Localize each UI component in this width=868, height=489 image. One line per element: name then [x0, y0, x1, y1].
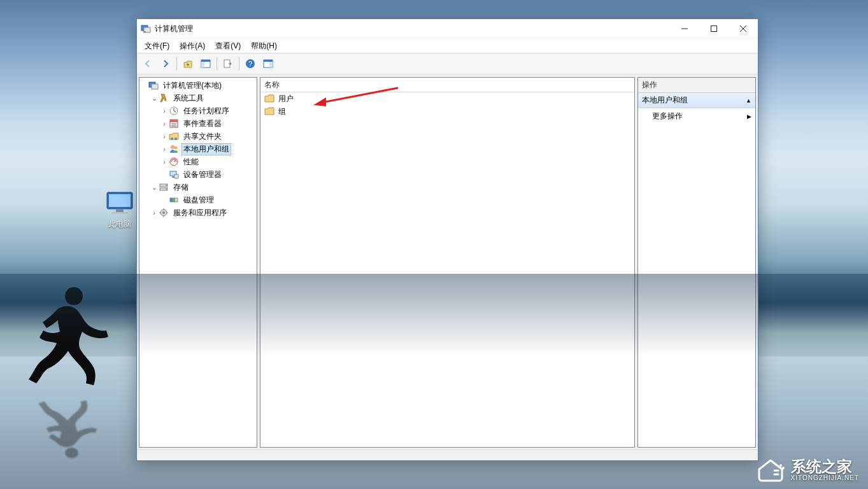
- svg-point-29: [171, 138, 173, 140]
- tree-disk-management[interactable]: 磁盘管理: [139, 194, 257, 206]
- svg-rect-14: [201, 60, 210, 62]
- tree-label: 存储: [171, 181, 190, 194]
- clock-icon: [169, 106, 179, 116]
- expander-icon[interactable]: ›: [160, 120, 169, 127]
- tree-label: 共享文件夹: [181, 131, 224, 143]
- show-hide-tree-button[interactable]: [197, 55, 214, 72]
- list-item-users[interactable]: 用户: [260, 92, 634, 105]
- folder-icon: [264, 106, 274, 117]
- console-tree-pane[interactable]: 计算机管理(本地) ⌄ 系统工具 › 任务计划程序 ›: [139, 77, 257, 448]
- tree-label: 本地用户和组: [181, 143, 231, 155]
- svg-point-41: [166, 188, 167, 190]
- device-manager-icon: [169, 169, 179, 180]
- svg-rect-23: [152, 84, 158, 89]
- help-button[interactable]: ?: [242, 55, 259, 72]
- actions-more[interactable]: 更多操作 ▶: [638, 108, 755, 124]
- users-groups-icon: [169, 144, 179, 154]
- wallpaper-runner-reflection: [11, 391, 120, 462]
- expander-icon[interactable]: ›: [160, 145, 169, 153]
- tree-event-viewer[interactable]: › 事件查看器: [139, 117, 257, 130]
- computer-management-window: 计算机管理 文件(F) 操作(A) 查看(V) 帮助(H) ?: [136, 18, 758, 461]
- svg-rect-37: [174, 174, 178, 178]
- svg-rect-3: [111, 212, 128, 214]
- tree-label: 磁盘管理: [181, 194, 216, 206]
- menu-action[interactable]: 操作(A): [174, 39, 210, 53]
- nav-forward-button[interactable]: [157, 55, 174, 72]
- column-header-name[interactable]: 名称: [260, 78, 634, 92]
- tree-task-scheduler[interactable]: › 任务计划程序: [139, 104, 257, 117]
- toolbar: ?: [137, 53, 758, 74]
- toolbar-separator: [176, 57, 177, 70]
- tree-local-users-groups[interactable]: › 本地用户和组: [139, 143, 257, 155]
- tree-performance[interactable]: › 性能: [139, 155, 257, 168]
- expander-icon[interactable]: ›: [160, 132, 169, 140]
- tree-label: 系统工具: [171, 92, 206, 104]
- tree-root-computer-management[interactable]: 计算机管理(本地): [139, 79, 257, 92]
- result-list-pane[interactable]: 名称 用户 组: [260, 77, 635, 448]
- svg-rect-44: [173, 198, 175, 202]
- svg-rect-21: [269, 62, 273, 67]
- svg-rect-26: [170, 120, 178, 122]
- tree-label: 设备管理器: [181, 169, 224, 181]
- tree-label: 计算机管理(本地): [161, 80, 224, 92]
- svg-point-40: [166, 185, 167, 186]
- tree-shared-folders[interactable]: › 共享文件夹: [139, 130, 257, 143]
- tree-system-tools[interactable]: ⌄ 系统工具: [139, 92, 257, 104]
- nav-back-button[interactable]: [139, 55, 156, 72]
- maximize-button[interactable]: [699, 19, 729, 38]
- actions-section-label: 本地用户和组: [642, 95, 688, 106]
- chevron-right-icon: ▶: [747, 113, 751, 120]
- tree-storage[interactable]: ⌄ 存储: [139, 181, 257, 194]
- svg-point-4: [779, 464, 782, 467]
- toolbar-separator: [217, 57, 217, 70]
- storage-icon: [159, 182, 169, 192]
- menu-file[interactable]: 文件(F): [139, 39, 174, 53]
- svg-rect-36: [172, 176, 174, 178]
- svg-rect-27: [171, 124, 176, 125]
- titlebar[interactable]: 计算机管理: [137, 19, 758, 38]
- svg-point-46: [162, 211, 165, 214]
- status-bar: [137, 450, 758, 460]
- disk-management-icon: [169, 195, 179, 205]
- tree-services-apps[interactable]: › 服务和应用程序: [139, 206, 257, 219]
- svg-point-5: [782, 467, 785, 469]
- tools-icon: [159, 93, 169, 103]
- expander-icon[interactable]: ›: [160, 107, 169, 115]
- menu-bar: 文件(F) 操作(A) 查看(V) 帮助(H): [137, 38, 758, 53]
- shared-folder-icon: [169, 131, 179, 141]
- minimize-button[interactable]: [670, 19, 699, 38]
- expander-icon[interactable]: ›: [160, 158, 169, 166]
- export-list-button[interactable]: [220, 55, 236, 72]
- svg-rect-8: [143, 31, 146, 32]
- expander-icon[interactable]: ⌄: [150, 94, 159, 103]
- actions-more-label: 更多操作: [652, 111, 683, 122]
- svg-rect-28: [171, 125, 176, 127]
- event-viewer-icon: [169, 118, 179, 129]
- window-title: 计算机管理: [155, 24, 193, 34]
- actions-pane: 操作 本地用户和组 ▲ 更多操作 ▶: [637, 77, 756, 448]
- svg-rect-20: [264, 60, 273, 62]
- expander-icon[interactable]: ⌄: [150, 183, 159, 192]
- services-icon: [159, 208, 169, 218]
- computer-management-icon: [148, 80, 159, 90]
- expander-icon[interactable]: ›: [150, 209, 159, 216]
- close-button[interactable]: [729, 19, 758, 38]
- svg-rect-1: [109, 194, 131, 207]
- up-level-button[interactable]: [180, 55, 196, 72]
- actions-header: 操作: [638, 78, 755, 93]
- actions-section-header[interactable]: 本地用户和组 ▲: [638, 93, 755, 108]
- show-hide-action-pane-button[interactable]: [260, 55, 276, 72]
- list-item-groups[interactable]: 组: [260, 105, 634, 118]
- menu-help[interactable]: 帮助(H): [246, 39, 282, 53]
- svg-rect-43: [170, 198, 173, 202]
- svg-rect-15: [201, 62, 204, 67]
- svg-point-32: [174, 146, 178, 150]
- watermark: 系统之家 XITONGZHIJIA.NET: [755, 457, 860, 484]
- tree-device-manager[interactable]: 设备管理器: [139, 168, 257, 181]
- menu-view[interactable]: 查看(V): [210, 39, 246, 53]
- watermark-house-icon: [755, 457, 786, 484]
- this-pc-icon: [105, 191, 134, 215]
- svg-rect-2: [116, 209, 124, 212]
- app-icon: [141, 24, 151, 34]
- collapse-icon: ▲: [746, 97, 751, 104]
